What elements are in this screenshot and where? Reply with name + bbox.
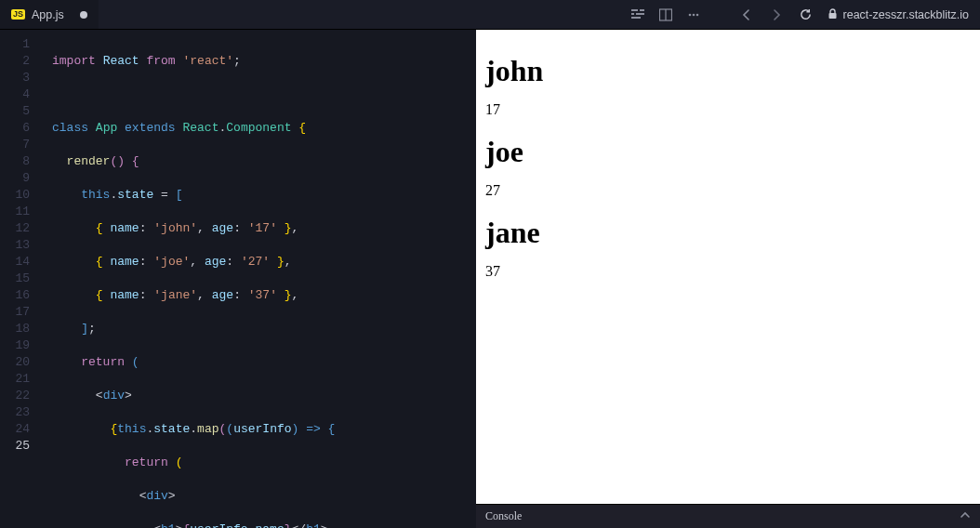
split-pane: 1234567891011121314151617181920212223242…	[0, 30, 980, 528]
svg-point-7	[688, 13, 691, 16]
chevron-up-icon[interactable]	[960, 509, 971, 524]
js-file-icon: JS	[11, 9, 25, 20]
preview-name: jane	[485, 216, 971, 250]
preview-pane: john17joe27jane37 Console	[476, 30, 980, 528]
svg-rect-3	[636, 13, 644, 15]
svg-point-9	[695, 13, 698, 16]
line-gutter: 1234567891011121314151617181920212223242…	[0, 30, 39, 528]
split-editor-icon[interactable]	[659, 8, 672, 21]
preview-name: john	[485, 54, 971, 88]
preview-name: joe	[485, 135, 971, 169]
code-area[interactable]: import React from 'react'; class App ext…	[39, 30, 476, 528]
svg-point-8	[692, 13, 695, 16]
editor-toolbar: react-zesszr.stackblitz.io	[631, 7, 980, 22]
console-bar[interactable]: Console	[476, 504, 980, 528]
url-text: react-zesszr.stackblitz.io	[843, 8, 969, 21]
code-editor[interactable]: 1234567891011121314151617181920212223242…	[0, 30, 476, 528]
more-icon[interactable]	[687, 8, 700, 21]
tab-filename: App.js	[32, 8, 64, 21]
preview-age: 27	[485, 182, 971, 199]
preview-body: john17joe27jane37	[476, 30, 980, 504]
address-bar[interactable]: react-zesszr.stackblitz.io	[828, 8, 969, 21]
svg-rect-1	[640, 9, 644, 11]
preview-age: 17	[485, 101, 971, 118]
svg-rect-2	[631, 13, 634, 15]
nav-forward-icon[interactable]	[769, 7, 784, 22]
editor-tab-appjs[interactable]: JS App.js	[0, 0, 99, 29]
preview-age: 37	[485, 263, 971, 280]
tab-bar: JS App.js	[0, 0, 980, 30]
nav-back-icon[interactable]	[739, 7, 754, 22]
svg-rect-0	[631, 9, 638, 11]
svg-rect-10	[828, 13, 836, 19]
svg-rect-4	[631, 17, 641, 19]
lock-icon	[828, 8, 838, 21]
app-root: JS App.js	[0, 0, 980, 528]
reload-icon[interactable]	[799, 7, 813, 21]
prettier-icon[interactable]	[631, 8, 644, 21]
console-label: Console	[485, 509, 522, 523]
unsaved-indicator-icon	[80, 11, 87, 19]
